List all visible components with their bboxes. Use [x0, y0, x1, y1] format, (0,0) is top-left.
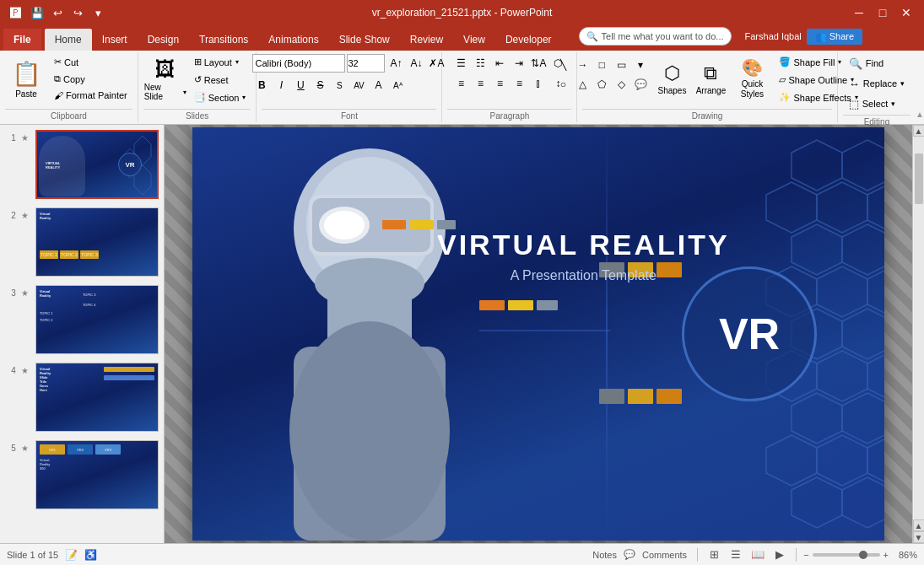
scroll-up-button[interactable]: ▲ — [913, 125, 925, 137]
comments-button[interactable]: Comments — [639, 550, 690, 560]
bold-button[interactable]: B — [252, 76, 271, 94]
reading-view-button[interactable]: 📖 — [748, 547, 767, 562]
slide-item-4[interactable]: 4 ★ VirtualRealitySlideTitleGoesHere — [3, 361, 160, 433]
increase-indent-button[interactable]: ⇥ — [510, 54, 528, 73]
find-button[interactable]: 🔍 Find — [843, 54, 910, 73]
shape-line[interactable]: ╲ — [554, 56, 572, 74]
justify-button[interactable]: ≡ — [510, 74, 528, 93]
shape-more[interactable]: ▾ — [631, 56, 650, 74]
font-color-button[interactable]: A — [369, 76, 387, 94]
tab-developer[interactable]: Developer — [495, 29, 562, 51]
italic-button[interactable]: I — [272, 76, 290, 94]
tell-me-input[interactable]: 🔍 Tell me what you want to do... — [579, 27, 732, 46]
increase-font-button[interactable]: A↑ — [386, 54, 405, 73]
tab-transitions[interactable]: Transitions — [189, 29, 258, 51]
shadow-button[interactable]: S — [330, 76, 349, 94]
copy-button[interactable]: ⧉ Copy — [49, 71, 132, 87]
shape-oval[interactable]: ○ — [554, 75, 572, 94]
redo-icon[interactable]: ↪ — [69, 4, 86, 21]
shape-rect[interactable]: □ — [592, 56, 611, 74]
vertical-scrollbar[interactable]: ▲ ▲ ▼ — [912, 125, 924, 543]
customize-icon[interactable]: ▾ — [89, 4, 106, 21]
spacing-button[interactable]: AV — [349, 76, 368, 94]
align-right-button[interactable]: ≡ — [490, 74, 509, 93]
decrease-font-button[interactable]: A↓ — [407, 54, 425, 73]
columns-button[interactable]: ⫿ — [529, 74, 548, 93]
reset-button[interactable]: ↺ Reset — [189, 72, 251, 88]
shape-triangle[interactable]: △ — [573, 75, 592, 94]
thumb-4-inner: VirtualRealitySlideTitleGoesHere — [36, 363, 158, 431]
slide-thumb-3[interactable]: VirtualReality TOPIC 3 TOPIC 4 TOPIC 1 T… — [35, 285, 159, 354]
cut-button[interactable]: ✂ Cut — [49, 54, 132, 70]
quick-styles-button[interactable]: 🎨 Quick Styles — [731, 54, 773, 103]
slide-thumb-1[interactable]: VR VIRTUALREALITY — [35, 130, 159, 199]
thumb-topic-3: TOPIC 3 — [80, 250, 99, 259]
normal-view-button[interactable]: ⊞ — [705, 547, 723, 562]
select-button[interactable]: ⬚ Select ▾ — [843, 94, 910, 113]
text-direction-button[interactable]: ⇅A — [529, 54, 548, 73]
shape-diamond[interactable]: ◇ — [612, 75, 630, 94]
shape-pentagon[interactable]: ⬠ — [592, 75, 611, 94]
slide-thumb-5[interactable]: VR1 VR2 VR3 VirtualReality360 — [35, 440, 159, 509]
layout-button[interactable]: ⊞ Layout ▾ — [189, 54, 251, 70]
slide-item-2[interactable]: 2 ★ VirtualReality TOPIC 1 TOPIC 2 TOPIC… — [3, 206, 160, 278]
new-slide-button[interactable]: 🖼 New Slide ▾ — [143, 54, 187, 105]
bullets-button[interactable]: ☰ — [451, 54, 470, 73]
scroll-thumb[interactable] — [915, 153, 923, 204]
slide-thumb-2[interactable]: VirtualReality TOPIC 1 TOPIC 2 TOPIC 3 — [35, 207, 159, 277]
notes-icon: 💬 — [624, 549, 635, 560]
tab-design[interactable]: Design — [138, 29, 189, 51]
zoom-in-button[interactable]: + — [883, 550, 889, 560]
strikethrough-button[interactable]: S — [311, 76, 329, 94]
tab-home[interactable]: Home — [45, 29, 92, 51]
align-left-button[interactable]: ≡ — [451, 74, 470, 93]
undo-icon[interactable]: ↩ — [49, 4, 66, 21]
save-icon[interactable]: 💾 — [29, 4, 46, 21]
paste-button[interactable]: 📋 Paste — [5, 54, 47, 105]
arrange-button[interactable]: ⧉ Arrange — [692, 54, 729, 103]
slide-item-3[interactable]: 3 ★ VirtualReality TOPIC 3 TOPIC 4 TOPIC… — [3, 283, 160, 356]
tab-review[interactable]: Review — [400, 29, 453, 51]
slide-thumb-4[interactable]: VirtualRealitySlideTitleGoesHere — [35, 363, 159, 432]
align-center-button[interactable]: ≡ — [471, 74, 489, 93]
tab-slideshow[interactable]: Slide Show — [329, 29, 400, 51]
scroll-down-button-1[interactable]: ▲ — [913, 519, 925, 531]
shapes-button[interactable]: ⬡ Shapes — [653, 54, 690, 103]
paragraph-label: Paragraph — [447, 109, 571, 121]
user-name[interactable]: Farshad Iqbal — [745, 31, 802, 41]
slide-main[interactable]: VR VIRTUAL REALITY A Presentation Templa… — [192, 127, 884, 541]
outline-view-button[interactable]: ☰ — [727, 547, 745, 562]
format-painter-button[interactable]: 🖌 Format Painter — [49, 88, 132, 103]
tab-animations[interactable]: Animations — [258, 29, 328, 51]
maximize-button[interactable]: □ — [872, 4, 894, 21]
ribbon-collapse[interactable]: ▲ — [916, 52, 924, 122]
slideshow-button[interactable]: ▶ — [770, 547, 789, 562]
minimize-button[interactable]: ─ — [848, 4, 870, 21]
tab-view[interactable]: View — [453, 29, 495, 51]
tab-file[interactable]: File — [3, 29, 41, 51]
section-button[interactable]: 📑 Section ▾ — [189, 89, 251, 105]
scroll-down-button-2[interactable]: ▼ — [913, 531, 925, 543]
char-spacing-button[interactable]: Aᴬ — [388, 76, 407, 94]
underline-button[interactable]: U — [291, 76, 310, 94]
accessibility-icon[interactable]: ♿ — [84, 549, 97, 561]
numbered-list-button[interactable]: ☷ — [471, 54, 489, 73]
zoom-out-button[interactable]: − — [803, 550, 808, 560]
zoom-level[interactable]: 86% — [892, 550, 917, 560]
slide-item-5[interactable]: 5 ★ VR1 VR2 VR3 VirtualReality360 — [3, 439, 160, 511]
shape-arrow[interactable]: → — [573, 56, 592, 74]
font-name-input[interactable] — [252, 54, 345, 73]
replace-button[interactable]: ↔ Replace ▾ — [843, 74, 910, 93]
font-size-input[interactable] — [347, 54, 385, 73]
new-slide-dropdown[interactable]: ▾ — [183, 89, 186, 96]
tab-insert[interactable]: Insert — [92, 29, 138, 51]
slide-item-1[interactable]: 1 ★ VR VIRTUALREALITY — [3, 128, 160, 201]
shape-callout[interactable]: 💬 — [631, 75, 650, 94]
scroll-track[interactable] — [914, 137, 924, 519]
share-button[interactable]: 👥 Share — [807, 29, 862, 45]
decrease-indent-button[interactable]: ⇤ — [490, 54, 509, 73]
zoom-slider[interactable] — [813, 553, 880, 557]
shape-rounded-rect[interactable]: ▭ — [612, 56, 630, 74]
notes-button[interactable]: Notes — [589, 550, 620, 560]
close-button[interactable]: ✕ — [895, 4, 917, 21]
